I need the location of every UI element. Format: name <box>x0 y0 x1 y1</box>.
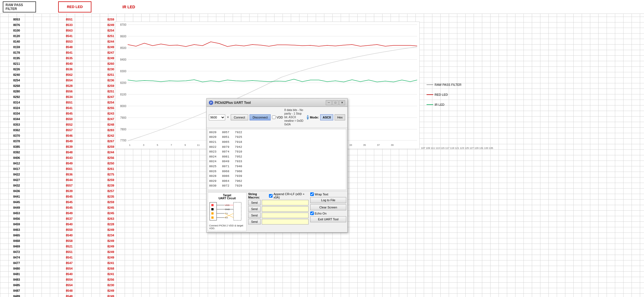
raw-data-cell: 8485 <box>3 282 30 288</box>
red-data-cell: 8540 <box>55 61 83 66</box>
raw-data-cell: 8477 <box>3 260 30 266</box>
exit-uart-button[interactable]: Exit UART Tool <box>310 216 346 222</box>
ir-data-cell: 8249 <box>97 288 125 293</box>
uart-data-row: 802080577922 <box>209 130 345 135</box>
hex-mode-button[interactable]: Hex <box>335 114 345 120</box>
raw-data-cell: 8159 <box>3 44 30 50</box>
append-checkbox[interactable] <box>269 194 273 198</box>
red-data-cell: 8521 <box>55 244 83 249</box>
svg-text:37: 37 <box>377 144 380 146</box>
red-data-cell: 8549 <box>55 138 83 144</box>
ir-data-cell: 8249 <box>97 249 125 255</box>
ir-data-cell: 8256 <box>97 277 125 282</box>
svg-rect-55 <box>234 202 241 220</box>
disconnect-button[interactable]: Disconnect <box>250 114 271 120</box>
baud-rate-select[interactable]: 9600 19200 38400 115200 <box>209 114 225 120</box>
mode-label: Mode: <box>310 116 319 119</box>
clear-screen-button[interactable]: Clear Screen <box>310 204 346 210</box>
chart-legend: RAW PASS FILTER RED LED IR LED <box>427 83 461 106</box>
red-data-cell: 8553 <box>55 39 83 44</box>
red-data-cell: 8545 <box>55 194 83 199</box>
wrap-text-checkbox-group[interactable]: Wrap Text <box>310 192 346 196</box>
svg-text:8400: 8400 <box>120 58 127 61</box>
raw-data-cell: 8254 <box>3 78 30 83</box>
svg-rect-49 <box>211 212 214 215</box>
svg-text:7900: 7900 <box>120 116 127 119</box>
raw-data-cell: 8120 <box>3 33 30 39</box>
legend-red-label: RED LED <box>435 93 448 96</box>
connect-button[interactable]: Connect <box>231 114 248 120</box>
legend-ir: IR LED <box>427 103 461 106</box>
raw-data-cell: 8211 <box>3 61 30 66</box>
macro-input-4[interactable] <box>262 219 309 224</box>
red-data-cell: 8539 <box>55 144 83 149</box>
red-data-cell: 8539 <box>55 188 83 194</box>
svg-text:9: 9 <box>184 144 186 146</box>
uart-data-row: 802880867939 <box>209 174 345 179</box>
ir-data-cell: 8249 <box>97 244 125 249</box>
baud-dropdown-arrow: ▼ <box>227 116 229 119</box>
macro-input-2[interactable] <box>262 206 309 212</box>
raw-data-cell: 8417 <box>3 166 30 172</box>
wrap-text-checkbox[interactable] <box>310 192 314 196</box>
uart-data-row: 802580717940 <box>209 164 345 169</box>
vdd-checkbox[interactable] <box>272 115 276 119</box>
raw-data-column: 8053807681008120814081598178819582118226… <box>3 17 30 297</box>
macro-header: String Macros: Append CR+LF (x0D + x0A) <box>248 192 309 199</box>
red-data-cell: 8551 <box>55 17 83 22</box>
red-data-cell: 8554 <box>55 78 83 83</box>
send-button-2[interactable]: Send <box>248 206 261 212</box>
raw-data-cell: 8268 <box>3 83 30 89</box>
maximize-button[interactable]: □ <box>332 100 338 105</box>
svg-text:5: 5 <box>157 144 158 146</box>
uart-data-row: 802280797942 <box>209 145 345 150</box>
raw-data-cell: 8353 <box>3 122 30 127</box>
svg-text:33: 33 <box>349 144 352 146</box>
log-to-file-button[interactable]: Log to File <box>310 197 346 203</box>
red-data-cell: 8550 <box>55 116 83 122</box>
raw-data-cell: 8334 <box>3 111 30 116</box>
svg-text:8600: 8600 <box>120 35 127 38</box>
help-icon[interactable]: ? <box>307 115 309 120</box>
raw-data-cell: 8481 <box>3 271 30 277</box>
window-controls: ─ □ ✕ <box>326 100 345 105</box>
raw-data-cell: 8053 <box>3 17 30 22</box>
svg-text:7800: 7800 <box>120 128 127 131</box>
red-data-cell: 8544 <box>55 177 83 183</box>
ir-data-cell: 8249 <box>97 293 125 297</box>
legend-raw: RAW PASS FILTER <box>427 83 461 86</box>
ascii-mode-button[interactable]: ASCII <box>320 114 333 120</box>
circuit-label: TargetUART Circuit <box>209 194 245 200</box>
uart-macros: String Macros: Append CR+LF (x0D + x0A) … <box>248 192 309 231</box>
ir-data-cell: 8275 <box>97 172 125 177</box>
red-data-cell: 8541 <box>55 255 83 260</box>
echo-on-checkbox[interactable] <box>310 211 314 215</box>
uart-data-area[interactable]: 8021807879188020803479128020805179148020… <box>208 129 346 190</box>
svg-text:8700: 8700 <box>120 23 127 26</box>
red-data-cell: 8541 <box>55 50 83 55</box>
ir-data-cell: 8241 <box>97 260 125 266</box>
macro-input-3[interactable] <box>262 213 309 218</box>
raw-data-cell: 8076 <box>3 22 30 28</box>
send-button-3[interactable]: Send <box>248 213 261 218</box>
close-button[interactable]: ✕ <box>339 100 345 105</box>
red-data-cell: 8536 <box>55 172 83 177</box>
echo-on-checkbox-group[interactable]: Echo On <box>310 211 346 215</box>
svg-rect-47 <box>211 204 214 206</box>
append-checkbox-group[interactable]: Append CR+LF (x0D + x0A) <box>269 192 309 199</box>
raw-data-cell: 8427 <box>3 177 30 183</box>
ir-data-cell: 8250 <box>97 161 125 166</box>
header-row: RAW PASS FILTER RED LED IR LED <box>0 0 644 14</box>
minimize-button[interactable]: ─ <box>326 100 332 105</box>
svg-text:RX: RX <box>225 216 228 219</box>
vdd-checkbox-group[interactable]: VDD <box>272 115 283 119</box>
raw-data-cell: 8324 <box>3 105 30 111</box>
uart-data-row: 802680687960 <box>209 169 345 174</box>
send-button-1[interactable]: Send <box>248 200 261 205</box>
send-button-4[interactable]: Send <box>248 219 261 224</box>
red-data-cell: 8562 <box>55 72 83 78</box>
macro-input-1[interactable] <box>262 200 309 205</box>
uart-title-text: PICkit2Plus UART Tool <box>215 101 251 105</box>
red-data-cell: 8541 <box>55 105 83 111</box>
red-data-cell: 8549 <box>55 210 83 216</box>
